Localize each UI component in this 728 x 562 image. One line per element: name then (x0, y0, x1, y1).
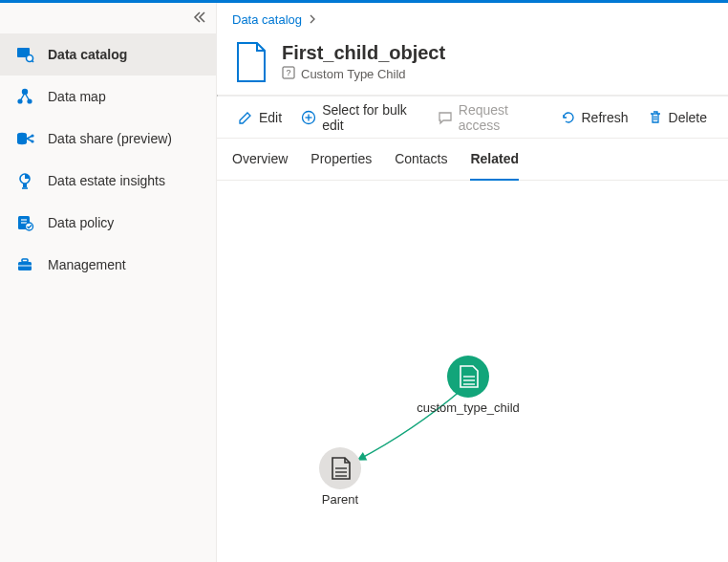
svg-point-11 (31, 134, 33, 137)
chat-icon (438, 110, 453, 125)
delete-button[interactable]: Delete (640, 102, 715, 133)
sidebar-item-label: Data share (preview) (48, 131, 172, 146)
graph-node-child[interactable]: custom_type_child (417, 356, 520, 415)
plus-circle-icon (301, 110, 316, 125)
sidebar-item-data-catalog[interactable]: Data catalog (0, 33, 216, 76)
sidebar-item-label: Data policy (48, 215, 114, 230)
map-icon (15, 87, 34, 106)
tab-contacts[interactable]: Contacts (395, 139, 447, 181)
collapse-sidebar-button[interactable] (193, 11, 206, 27)
sidebar-item-label: Data estate insights (48, 173, 165, 188)
chevron-double-left-icon (193, 11, 206, 24)
svg-point-1 (27, 55, 33, 62)
edit-icon (238, 110, 253, 125)
page-title: First_child_object (282, 41, 445, 64)
chevron-right-icon (308, 12, 317, 27)
share-icon (15, 129, 34, 148)
tab-related[interactable]: Related (470, 139, 519, 181)
toolbar: Edit Select for bulk edit Request access (217, 97, 728, 139)
management-icon (15, 255, 34, 274)
edit-button[interactable]: Edit (230, 102, 289, 133)
graph-node-child-label: custom_type_child (417, 400, 520, 415)
relationship-graph[interactable]: custom_type_child Parent (217, 181, 728, 562)
refresh-button[interactable]: Refresh (553, 102, 636, 133)
svg-point-12 (31, 140, 33, 142)
svg-rect-14 (23, 184, 27, 187)
sidebar-item-label: Data map (48, 89, 106, 104)
svg-line-2 (32, 61, 34, 63)
svg-point-4 (17, 98, 22, 103)
insights-icon (15, 171, 34, 190)
policy-icon (15, 213, 34, 232)
catalog-icon (15, 45, 34, 64)
type-icon: ? (282, 66, 295, 82)
sidebar-item-data-policy[interactable]: Data policy (0, 202, 216, 244)
svg-line-7 (26, 95, 29, 99)
sidebar-item-label: Data catalog (48, 47, 127, 62)
svg-text:?: ? (286, 68, 290, 77)
svg-point-19 (26, 223, 33, 230)
tab-overview[interactable]: Overview (232, 139, 288, 181)
breadcrumb: Data catalog (217, 3, 728, 35)
refresh-icon (561, 110, 576, 125)
graph-node-parent-label: Parent (322, 492, 359, 507)
graph-svg: custom_type_child Parent (217, 181, 728, 562)
main-content: Data catalog First_child_object ? (217, 3, 728, 562)
sidebar-item-data-estate-insights[interactable]: Data estate insights (0, 160, 216, 202)
page-header: First_child_object ? Custom Type Child (217, 35, 728, 95)
graph-node-parent[interactable]: Parent (319, 447, 361, 507)
file-icon (234, 41, 268, 83)
sidebar-item-data-share[interactable]: Data share (preview) (0, 118, 216, 160)
sidebar-item-label: Management (48, 257, 126, 272)
object-type-label: Custom Type Child (301, 67, 406, 81)
sidebar-item-management[interactable]: Management (0, 244, 216, 286)
svg-point-10 (17, 140, 27, 144)
svg-line-6 (21, 95, 24, 99)
select-bulk-edit-button[interactable]: Select for bulk edit (293, 102, 426, 133)
svg-point-5 (27, 98, 32, 103)
tabs: Overview Properties Contacts Related (217, 139, 728, 181)
sidebar: Data catalog Data map (0, 3, 217, 562)
svg-point-3 (22, 89, 28, 95)
tab-properties[interactable]: Properties (310, 139, 372, 181)
trash-icon (648, 110, 663, 125)
sidebar-item-data-map[interactable]: Data map (0, 76, 216, 118)
request-access-button: Request access (430, 102, 549, 133)
breadcrumb-root[interactable]: Data catalog (232, 12, 302, 27)
svg-rect-21 (22, 259, 28, 262)
